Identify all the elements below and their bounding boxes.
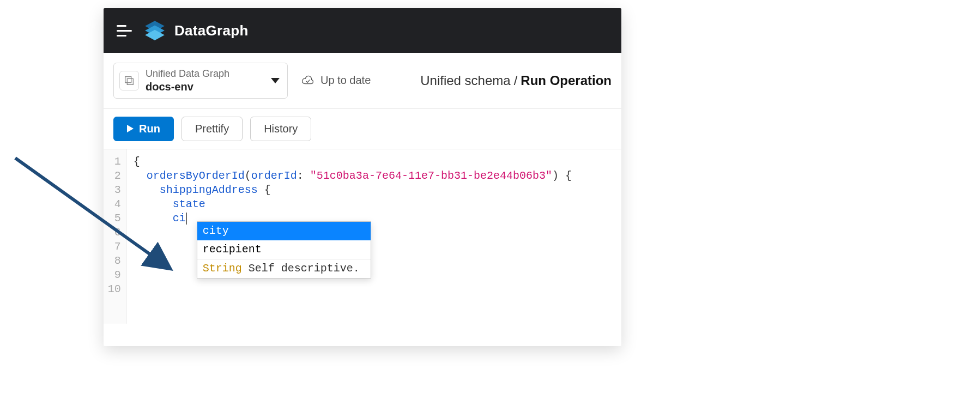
line-number: 4	[107, 197, 121, 211]
line-number: 10	[107, 282, 121, 296]
topbar: DataGraph	[104, 8, 621, 53]
code-token: shippingAddress	[160, 184, 258, 196]
autocomplete-item-recipient[interactable]: recipient	[197, 240, 371, 259]
play-icon	[127, 125, 134, 132]
history-button[interactable]: History	[250, 117, 311, 141]
breadcrumb-root[interactable]: Unified schema	[420, 73, 510, 88]
code-token: orderId	[251, 169, 297, 182]
code-token: {	[559, 169, 572, 182]
line-number: 7	[107, 240, 121, 254]
cloud-check-icon	[301, 75, 315, 86]
breadcrumb-separator: /	[514, 73, 518, 88]
datagraph-logo-icon	[143, 19, 167, 43]
breadcrumb-current: Run Operation	[521, 73, 612, 88]
env-selector[interactable]: Unified Data Graph docs-env	[113, 63, 288, 99]
breadcrumb: Unified schema / Run Operation	[420, 73, 612, 88]
app-window: DataGraph Unified Data Graph docs-env Up…	[104, 8, 621, 346]
svg-rect-4	[127, 78, 133, 84]
line-number: 2	[107, 169, 121, 183]
chevron-down-icon	[271, 78, 280, 83]
code-editor[interactable]: 1 2 3 4 5 6 7 8 9 10 { ordersByOrderId(o…	[104, 149, 621, 324]
status-text: Up to date	[320, 74, 371, 87]
text-cursor	[186, 213, 187, 225]
env-labels: Unified Data Graph docs-env	[146, 68, 264, 94]
svg-rect-3	[125, 76, 131, 82]
code-token: {	[258, 184, 271, 196]
code-body[interactable]: { ordersByOrderId(orderId: "51c0ba3a-7e6…	[127, 149, 621, 324]
env-label-top: Unified Data Graph	[146, 68, 264, 80]
code-token: ordersByOrderId	[147, 169, 245, 182]
code-token: :	[297, 169, 304, 182]
line-number: 8	[107, 254, 121, 268]
run-label: Run	[139, 123, 160, 135]
autocomplete-hint: String Self descriptive.	[197, 259, 371, 278]
subheader: Unified Data Graph docs-env Up to date U…	[104, 53, 621, 109]
status: Up to date	[301, 74, 371, 87]
code-token: (	[245, 169, 251, 182]
app-title: DataGraph	[174, 22, 249, 39]
env-label-bottom: docs-env	[146, 80, 264, 94]
history-label: History	[264, 123, 298, 135]
code-token: "51c0ba3a-7e64-11e7-bb31-be2e44b06b3"	[310, 169, 552, 182]
line-number: 9	[107, 268, 121, 282]
code-token: ci	[173, 212, 186, 225]
autocomplete-hint-desc: Self descriptive.	[249, 262, 360, 275]
code-token: state	[173, 198, 205, 210]
prettify-button[interactable]: Prettify	[182, 117, 243, 141]
menu-icon[interactable]	[117, 25, 132, 37]
prettify-label: Prettify	[195, 123, 229, 135]
autocomplete-item-city[interactable]: city	[197, 222, 371, 240]
line-number: 3	[107, 183, 121, 197]
autocomplete-popup[interactable]: city recipient String Self descriptive.	[197, 221, 371, 278]
gutter: 1 2 3 4 5 6 7 8 9 10	[104, 149, 127, 324]
code-token: )	[552, 169, 559, 182]
line-number: 5	[107, 211, 121, 226]
logo: DataGraph	[143, 19, 249, 43]
run-button[interactable]: Run	[113, 117, 174, 141]
line-number: 1	[107, 155, 121, 169]
toolbar: Run Prettify History	[104, 109, 621, 149]
autocomplete-hint-type: String	[203, 262, 242, 275]
layers-icon	[119, 71, 139, 90]
line-number: 6	[107, 226, 121, 240]
code-token: {	[134, 155, 140, 168]
